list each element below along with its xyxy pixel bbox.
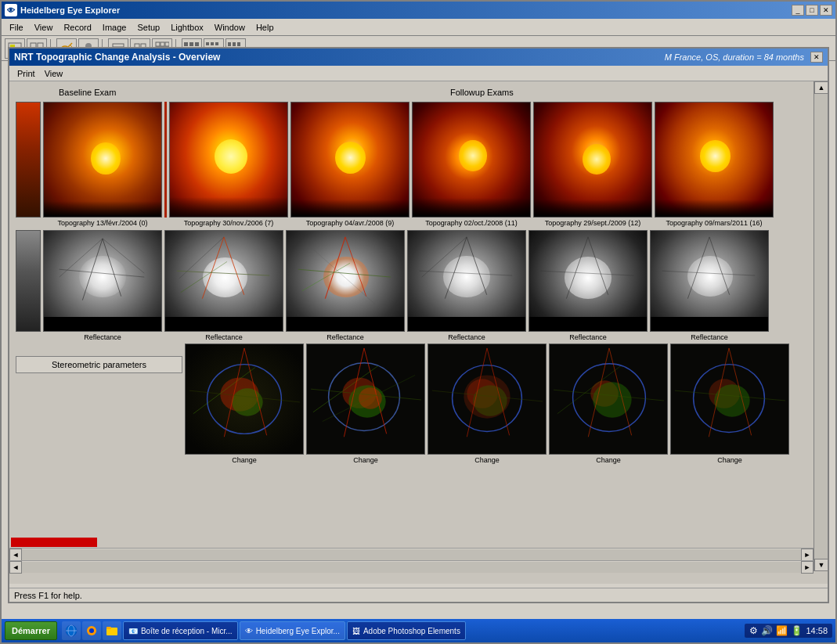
start-button[interactable]: Démarrer [5, 621, 57, 640]
svg-line-71 [662, 271, 755, 275]
svg-rect-34 [215, 42, 218, 45]
retinal-caption-6: Topography 09/mars/2011 (16) [655, 219, 773, 228]
retinal-item-6: Topography 09/mars/2011 (16) [655, 102, 774, 228]
svg-point-84 [359, 388, 382, 410]
retinal-img-5 [533, 102, 652, 218]
photoshop-label: Adobe Photoshop Elements [363, 627, 460, 635]
svg-line-61 [310, 246, 380, 308]
menu-file[interactable]: File [5, 21, 28, 34]
taskbar-outlook-app[interactable]: 📧 Boîte de réception - Micr... [123, 621, 238, 640]
scroll-left-button[interactable]: ◄ [9, 549, 22, 561]
inner-close-button[interactable]: ✕ [810, 52, 823, 63]
taskbar-firefox-icon[interactable] [82, 621, 101, 640]
retinal-img-2 [169, 102, 288, 218]
svg-rect-42 [233, 42, 236, 46]
taskbar-ie-icon[interactable] [62, 621, 81, 640]
taskbar-sys-icon-1: ⚙ [749, 625, 758, 636]
v-scroll-track[interactable] [814, 94, 828, 559]
change-caption-4: Change [550, 456, 667, 466]
taskbar-clock: 14:58 [806, 626, 828, 635]
close-button[interactable]: ✕ [820, 5, 832, 16]
taskbar-heidelberg-app[interactable]: 👁 Heidelberg Eye Explor... [240, 621, 345, 640]
v-scrollbar: ▲ ▼ [814, 81, 828, 571]
scroll-up-button[interactable]: ▲ [814, 81, 828, 94]
change-caption-5: Change [671, 456, 788, 466]
change-img-1 [185, 344, 304, 455]
scroll-down-button[interactable]: ▼ [814, 559, 828, 571]
reflectance-caption-4: Reflectance [408, 333, 525, 343]
reflectance-item-6: Reflectance [650, 230, 769, 343]
change-item-4: Change [549, 344, 668, 466]
inner-menu-print[interactable]: Print [14, 68, 38, 79]
svg-line-49 [60, 269, 145, 277]
retinal-img-4 [412, 102, 531, 218]
retinal-caption-2: Topography 30/nov./2006 (7) [170, 219, 287, 228]
scroll-right-button[interactable]: ► [801, 549, 814, 561]
svg-line-51 [103, 239, 144, 273]
menu-lightbox[interactable]: Lightbox [166, 21, 208, 34]
svg-rect-33 [211, 42, 214, 45]
reflectance-item-2: Reflectance [164, 230, 283, 343]
menu-record[interactable]: Record [59, 21, 96, 34]
scroll-left-2-button[interactable]: ◄ [9, 561, 22, 574]
svg-line-56 [181, 261, 227, 292]
h-scroll-track[interactable] [22, 549, 801, 560]
menu-help[interactable]: Help [251, 21, 279, 34]
svg-rect-119 [106, 627, 111, 629]
heidelberg-icon: 👁 [245, 627, 253, 635]
taskbar-photoshop-app[interactable]: 🖼 Adobe Photoshop Elements [347, 621, 466, 640]
outlook-label: Boîte de réception - Micr... [141, 627, 233, 635]
reflectance-row: Reflectance Reflectanc [16, 230, 821, 343]
svg-rect-18 [161, 42, 164, 46]
retinal-strip-0 [16, 102, 41, 218]
retinal-caption-1: Topography 13/févr./2004 (0) [44, 219, 161, 228]
change-img-4 [549, 344, 668, 455]
window-title: Heidelberg Eye Explorer [20, 5, 120, 15]
scroll-right-2-button[interactable]: ► [801, 561, 814, 574]
inner-title-bar: NRT Topographic Change Analysis - Overvi… [9, 49, 828, 66]
tca-overview-window: NRT Topographic Change Analysis - Overvi… [8, 47, 829, 603]
reflectance-caption-3: Reflectance [287, 333, 404, 343]
minimize-button[interactable]: _ [792, 5, 804, 16]
svg-line-70 [709, 237, 730, 295]
reflectance-item-1: Reflectance [43, 230, 162, 343]
svg-line-64 [420, 271, 512, 275]
outlook-icon: 📧 [128, 627, 138, 635]
patient-info: M France, OS, duration = 84 months [665, 52, 804, 62]
menu-setup[interactable]: Setup [132, 21, 164, 34]
retinal-separator [164, 102, 167, 218]
change-item-5: Change [670, 344, 789, 466]
svg-line-59 [298, 269, 391, 277]
taskbar-sys-icon-3: 📶 [776, 625, 788, 636]
menu-window[interactable]: Window [210, 21, 250, 34]
svg-rect-43 [237, 42, 240, 46]
reflectance-item-5: Reflectance [529, 230, 648, 343]
svg-rect-32 [206, 42, 209, 45]
change-img-3 [428, 344, 547, 455]
menu-image[interactable]: Image [98, 21, 132, 34]
inner-status-bar: Press F1 for help. [9, 588, 828, 602]
retinal-item-3: Topography 04/avr./2008 (9) [290, 102, 409, 228]
taskbar-sys-icon-4: 🔋 [791, 625, 803, 636]
taskbar-folder-icon[interactable] [103, 621, 121, 640]
menu-bar: File View Record Image Setup Lightbox Wi… [2, 19, 835, 36]
inner-menu: Print View [9, 66, 828, 81]
svg-rect-28 [195, 42, 199, 46]
retinal-row: Topography 13/févr./2004 (0) Topography … [16, 102, 821, 228]
inner-menu-view[interactable]: View [41, 68, 67, 79]
menu-view[interactable]: View [30, 21, 58, 34]
change-img-5 [670, 344, 789, 455]
retinal-caption-3: Topography 04/avr./2008 (9) [291, 219, 409, 228]
inner-scroll-track-2[interactable] [22, 562, 801, 573]
reflectance-caption-1: Reflectance [44, 333, 161, 343]
change-item-2: Change [306, 344, 425, 466]
reflectance-caption-2: Reflectance [165, 333, 283, 343]
taskbar-right: ⚙ 🔊 📶 🔋 14:58 [745, 624, 832, 638]
reflectance-img-6 [650, 230, 769, 332]
maximize-button[interactable]: □ [806, 5, 818, 16]
retinal-img-3 [290, 102, 409, 218]
stereometric-params-button[interactable]: Stereometric parameters [16, 356, 182, 373]
content-area: Baseline Exam Followup Exams Topography … [9, 81, 828, 584]
reflectance-img-5 [529, 230, 648, 332]
svg-line-66 [566, 237, 588, 299]
